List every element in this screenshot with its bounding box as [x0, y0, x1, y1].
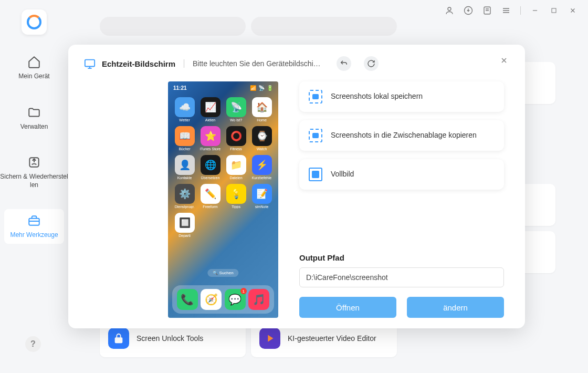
- svg-rect-5: [29, 219, 39, 225]
- app-logo: [22, 9, 47, 35]
- app-icon-label: Fitness: [225, 147, 247, 151]
- bg-tabs: [100, 17, 397, 36]
- phone-app: 💡Tipps: [225, 184, 247, 209]
- phone-app: 📝simNote: [250, 184, 273, 209]
- phone-app: 👤Kontakte: [173, 155, 196, 180]
- app-icon-img: 📁: [226, 155, 246, 175]
- phone-app: ☁️Wetter: [173, 97, 196, 122]
- dock-app: 🧭: [201, 289, 222, 310]
- dock-app: 🎵: [248, 289, 269, 310]
- dock-app: 💬1: [225, 289, 246, 310]
- app-icon-label: Übersetzen: [199, 176, 222, 180]
- app-icon-label: Dienstprogr.: [173, 205, 196, 209]
- phone-status-bar: 11:21 📶 📡 🔋: [168, 81, 278, 94]
- phone-app: ⚙️Dienstprogr.: [173, 184, 196, 209]
- backup-icon: [27, 155, 41, 170]
- help-button[interactable]: ?: [25, 336, 41, 352]
- modal-right-panel: Screenshots lokal speichern Screenshots …: [299, 81, 509, 318]
- refresh-button[interactable]: [364, 56, 379, 71]
- app-icon-img: ⭕: [226, 126, 246, 146]
- dock-app: 📞: [177, 289, 198, 310]
- sidebar-item-label: Verwalten: [0, 123, 68, 131]
- phone-app: ⭐iTunes Store: [199, 126, 222, 151]
- realtime-screen-modal: Echtzeit-Bildschirm Bitte leuchten Sie d…: [68, 45, 525, 328]
- modal-title: Echtzeit-Bildschirm: [102, 59, 175, 68]
- app-icon-img: ⚡: [252, 155, 272, 175]
- sidebar-item-label: Mehr Werkzeuge: [4, 231, 64, 240]
- modal-body: 11:21 📶 📡 🔋 ☁️Wetter📈Aktien📡Wo ist?🏠Home…: [84, 81, 509, 318]
- modal-subtitle: Bitte leuchten Sie den Gerätebildschi…: [193, 59, 321, 68]
- app-icon-label: simNote: [250, 205, 273, 209]
- phone-app: 🏠Home: [250, 97, 273, 122]
- bg-tab: [100, 17, 246, 36]
- open-button[interactable]: Öffnen: [299, 297, 396, 318]
- sidebar: Mein Gerät Verwalten Sichern & Wiederher…: [0, 5, 68, 373]
- app-icon-img: ☁️: [175, 97, 195, 117]
- phone-app: 🔲Departi: [173, 213, 196, 237]
- option-copy-clipboard[interactable]: Screenshots in die Zwischenablage kopier…: [299, 120, 504, 151]
- output-path-label: Output Pfad: [299, 253, 504, 262]
- output-buttons: Öffnen ändern: [299, 297, 504, 318]
- sidebar-item-my-device[interactable]: Mein Gerät: [0, 50, 68, 85]
- app-icon-label: Aktien: [199, 118, 222, 122]
- video-editor-icon: [259, 328, 280, 349]
- signal-icon: 📶: [250, 85, 256, 91]
- app-icon-label: Departi: [173, 234, 196, 237]
- sidebar-item-label: Sichern & Wiederherstel len: [0, 173, 68, 189]
- header-actions: [337, 56, 379, 71]
- output-path-input[interactable]: [299, 267, 504, 287]
- app-icon-img: 🌐: [201, 155, 220, 175]
- app-icon-img: ⚙️: [175, 184, 195, 204]
- app-icon-label: Kurzbefehle: [250, 176, 273, 180]
- toolbox-icon: [27, 213, 41, 228]
- phone-app: 📖Bücher: [173, 126, 196, 151]
- option-fullscreen[interactable]: Vollbild: [299, 159, 504, 190]
- app-icon-label: Watch: [250, 147, 273, 151]
- modal-divider: [184, 59, 184, 68]
- app-icon-label: Wetter: [173, 118, 196, 122]
- tool-label: Screen Unlock Tools: [136, 334, 203, 343]
- app-icon-img: 🏠: [252, 97, 272, 117]
- screen-unlock-icon: [108, 328, 129, 349]
- fullscreen-icon: [309, 168, 322, 181]
- undo-button[interactable]: [337, 56, 351, 71]
- phone-app: ⭕Fitness: [225, 126, 247, 151]
- app-icon-img: ✏️: [201, 184, 220, 204]
- app-icon-img: 📈: [201, 97, 220, 117]
- app-icon-img: 👤: [175, 155, 195, 175]
- app-icon-label: Dateien: [225, 176, 247, 180]
- app-icon-img: ⌚: [252, 126, 272, 146]
- phone-preview: 11:21 📶 📡 🔋 ☁️Wetter📈Aktien📡Wo ist?🏠Home…: [168, 81, 278, 318]
- phone-preview-wrap: 11:21 📶 📡 🔋 ☁️Wetter📈Aktien📡Wo ist?🏠Home…: [168, 81, 278, 318]
- phone-dock: 📞🧭💬1🎵: [172, 285, 274, 314]
- option-label: Screenshots lokal speichern: [331, 91, 423, 102]
- wifi-icon: 📡: [258, 85, 265, 91]
- folder-icon: [27, 105, 41, 120]
- app-icon-label: Wo ist?: [225, 118, 247, 122]
- save-local-icon: [309, 90, 322, 103]
- sidebar-item-manage[interactable]: Verwalten: [0, 101, 68, 136]
- phone-app: 🌐Übersetzen: [199, 155, 222, 180]
- option-save-local[interactable]: Screenshots lokal speichern: [299, 81, 504, 112]
- home-icon: [27, 55, 41, 69]
- phone-app: ✏️Freeform: [199, 184, 222, 209]
- sidebar-item-label: Mein Gerät: [0, 72, 68, 81]
- app-icon-img: 📝: [252, 184, 272, 204]
- app-icon-label: Home: [250, 118, 273, 122]
- sidebar-item-backup-restore[interactable]: Sichern & Wiederherstel len: [0, 151, 68, 193]
- sidebar-item-more-tools[interactable]: Mehr Werkzeuge: [4, 209, 64, 244]
- bg-tab: [251, 17, 397, 36]
- change-button[interactable]: ändern: [407, 297, 504, 318]
- phone-app: 📈Aktien: [199, 97, 222, 122]
- app-icon-label: iTunes Store: [199, 147, 222, 151]
- modal-close-button[interactable]: [500, 56, 510, 67]
- app-icon-img: 💡: [226, 184, 246, 204]
- app-icon-label: Tipps: [225, 205, 247, 209]
- option-label: Vollbild: [331, 169, 354, 180]
- option-label: Screenshots in die Zwischenablage kopier…: [331, 130, 477, 141]
- phone-app: 📡Wo ist?: [225, 97, 247, 122]
- app-icon-img: 🔲: [175, 213, 195, 233]
- app-icon-img: 📡: [226, 97, 246, 117]
- app-icon-label: Kontakte: [173, 176, 196, 180]
- svg-rect-6: [85, 60, 94, 67]
